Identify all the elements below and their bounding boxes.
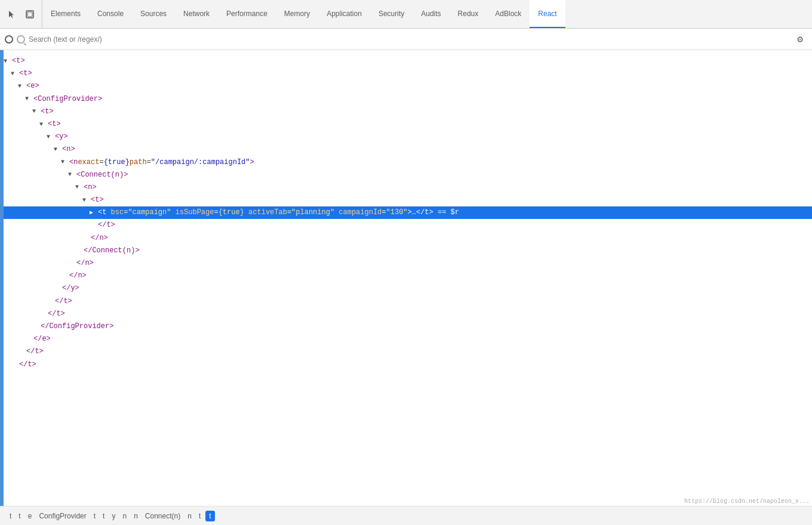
toggle-arrow[interactable]: ▼ xyxy=(75,183,84,192)
line-content: <Connect(n)> xyxy=(76,169,128,181)
tree-line[interactable]: ▼<t> xyxy=(4,194,812,206)
cursor-icon[interactable] xyxy=(5,7,19,21)
tab-console[interactable]: Console xyxy=(89,0,132,28)
line-content: <n> xyxy=(62,144,75,155)
line-content: > xyxy=(250,157,254,168)
line-content: </ConfigProvider> xyxy=(41,321,113,332)
line-content: </t> xyxy=(19,359,36,370)
toggle-arrow[interactable] xyxy=(47,297,55,306)
tree-line[interactable]: </t> xyxy=(4,295,812,308)
tree-line[interactable]: ▼<Connect(n)> xyxy=(4,169,812,181)
tab-performance[interactable]: Performance xyxy=(218,0,276,28)
search-input[interactable] xyxy=(29,35,789,44)
settings-icon[interactable]: ⚙ xyxy=(793,32,807,47)
tree-line[interactable]: ▼<n> xyxy=(4,143,812,156)
line-content: </t> xyxy=(48,308,65,320)
breadcrumb-item[interactable]: n xyxy=(120,511,129,521)
line-content: {true} xyxy=(104,157,130,168)
toolbar-icons xyxy=(0,0,42,28)
tree-line[interactable]: ▼<n> xyxy=(4,181,812,194)
tree-line[interactable]: </t> xyxy=(4,359,812,371)
toggle-arrow[interactable]: ▼ xyxy=(39,120,48,129)
tab-audits[interactable]: Audits xyxy=(413,0,449,28)
tree-line[interactable]: ▼<y> xyxy=(4,131,812,143)
tree-line[interactable]: </t> xyxy=(4,308,812,320)
toggle-arrow[interactable] xyxy=(54,284,62,294)
toggle-arrow[interactable] xyxy=(39,309,48,319)
line-content: </n> xyxy=(76,258,94,269)
tree-line[interactable]: ▼<e> xyxy=(4,80,812,92)
toggle-arrow[interactable] xyxy=(11,360,19,369)
tab-elements[interactable]: Elements xyxy=(42,0,89,28)
breadcrumb-item[interactable]: t xyxy=(205,511,214,521)
breadcrumb-item[interactable]: t xyxy=(196,511,203,521)
line-content: <t> xyxy=(19,68,32,79)
selected-line-content: <t bsc="campaign" isSubPage={true} activ… xyxy=(98,207,459,218)
breadcrumb-item[interactable]: n xyxy=(185,511,194,521)
breadcrumb-item[interactable]: t xyxy=(100,511,107,521)
tree-line[interactable]: </e> xyxy=(4,333,812,345)
toggle-arrow[interactable] xyxy=(25,335,33,344)
tree-line[interactable]: ▼<t> xyxy=(4,106,812,118)
toggle-arrow[interactable]: ▼ xyxy=(54,145,62,155)
tab-react[interactable]: React xyxy=(530,0,565,28)
tab-memory[interactable]: Memory xyxy=(276,0,318,28)
tree-line[interactable]: </n> xyxy=(4,270,812,282)
line-content: <ConfigProvider> xyxy=(33,94,102,105)
tree-line[interactable]: ▼<n exact={true} path="/campaign/:campai… xyxy=(4,156,812,169)
toggle-arrow[interactable]: ▶ xyxy=(90,208,98,218)
tree-line[interactable]: ▼<ConfigProvider> xyxy=(4,93,812,106)
tree-line[interactable]: ▼<t> xyxy=(4,118,812,131)
tree-line[interactable]: </t> xyxy=(4,219,812,231)
toggle-arrow[interactable]: ▼ xyxy=(68,170,76,180)
line-content: <t> xyxy=(48,119,61,130)
breadcrumb-item[interactable]: y xyxy=(109,511,118,521)
breadcrumb-item[interactable]: n xyxy=(131,511,140,521)
line-content: "/campaign/:campaignId" xyxy=(151,157,250,168)
tab-sources[interactable]: Sources xyxy=(132,0,175,28)
breadcrumb-item[interactable]: e xyxy=(26,511,35,521)
toggle-arrow[interactable] xyxy=(18,347,26,357)
tree-line[interactable]: </t> xyxy=(4,345,812,358)
line-content: <t> xyxy=(91,194,104,206)
tab-adblock[interactable]: AdBlock xyxy=(487,0,530,28)
breadcrumb-item[interactable]: t xyxy=(91,511,98,521)
tab-redux[interactable]: Redux xyxy=(450,0,487,28)
tree-line[interactable]: ▼<t> xyxy=(4,55,812,67)
toggle-arrow[interactable]: ▼ xyxy=(82,196,91,205)
tree-line[interactable]: ▶<t bsc="campaign" isSubPage={true} acti… xyxy=(4,206,812,219)
tree-line[interactable]: </n> xyxy=(4,232,812,245)
react-tree[interactable]: ▼<t> ▼<t> ▼<e> ▼<ConfigProvider> ▼<t> ▼<… xyxy=(4,50,812,506)
toggle-arrow[interactable] xyxy=(90,221,98,230)
toggle-arrow[interactable]: ▼ xyxy=(18,82,26,91)
toggle-arrow[interactable]: ▼ xyxy=(25,94,33,104)
tree-line[interactable]: ▼<t> xyxy=(4,67,812,80)
toggle-arrow[interactable] xyxy=(32,322,41,332)
tab-security[interactable]: Security xyxy=(370,0,413,28)
breadcrumb-item[interactable]: Connect(n) xyxy=(143,511,183,521)
toggle-arrow[interactable] xyxy=(61,271,69,281)
breadcrumb-bar: tteConfigProviderttynnConnect(n)ntt xyxy=(0,506,812,525)
tab-list: ElementsConsoleSourcesNetworkPerformance… xyxy=(42,0,812,28)
toggle-arrow[interactable]: ▼ xyxy=(11,69,19,79)
toggle-arrow[interactable] xyxy=(75,246,84,255)
breadcrumb-item[interactable]: t xyxy=(16,511,23,521)
line-content: </e> xyxy=(33,333,51,345)
breadcrumb-item[interactable]: ConfigProvider xyxy=(36,511,88,521)
tree-line[interactable]: </ConfigProvider> xyxy=(4,320,812,333)
toggle-arrow[interactable]: ▼ xyxy=(32,107,41,116)
tab-network[interactable]: Network xyxy=(175,0,218,28)
tab-application[interactable]: Application xyxy=(318,0,370,28)
inspect-icon[interactable] xyxy=(23,7,37,21)
toggle-arrow[interactable]: ▼ xyxy=(61,158,69,167)
breadcrumb-item[interactable]: t xyxy=(7,511,14,521)
line-content: <n xyxy=(69,157,78,168)
toggle-arrow[interactable]: ▼ xyxy=(4,57,12,66)
toggle-arrow[interactable] xyxy=(68,259,76,268)
toggle-arrow[interactable]: ▼ xyxy=(47,132,55,142)
tree-line[interactable]: </y> xyxy=(4,282,812,295)
toggle-arrow[interactable] xyxy=(82,233,91,243)
tree-line[interactable]: </n> xyxy=(4,257,812,270)
line-content: <n> xyxy=(84,182,97,193)
tree-line[interactable]: </Connect(n)> xyxy=(4,245,812,257)
